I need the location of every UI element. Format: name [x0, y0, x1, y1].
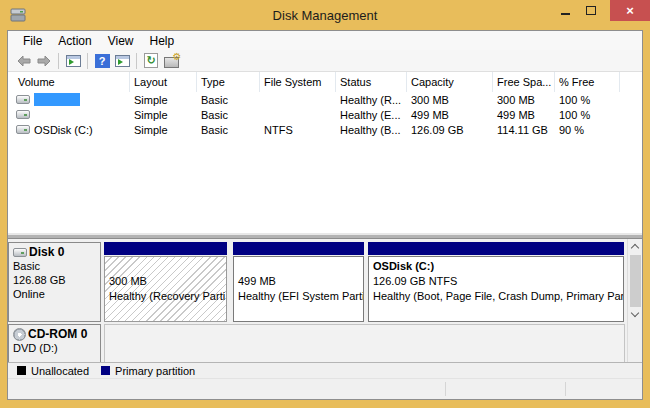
- statusbar-divider: [565, 382, 566, 396]
- header-capacity[interactable]: Capacity: [407, 72, 493, 92]
- cell-type: Basic: [197, 94, 260, 106]
- disk-management-window: Disk Management × File Action View Help: [0, 0, 650, 408]
- back-button[interactable]: [14, 52, 34, 70]
- cell-status: Healthy (E...: [336, 109, 407, 121]
- cdrom-media-area[interactable]: [104, 324, 625, 362]
- disk0-label-panel[interactable]: Disk 0 Basic 126.88 GB Online: [8, 242, 101, 322]
- header-file-system[interactable]: File System: [260, 72, 336, 92]
- volume-list: Volume Layout Type File System Status Ca…: [8, 72, 642, 233]
- show-action-pane-button[interactable]: [112, 52, 132, 70]
- table-row[interactable]: Simple Basic Healthy (R... 300 MB 300 MB…: [8, 92, 642, 107]
- cdrom-media: DVD (D:): [13, 341, 100, 355]
- disk-icon: [13, 248, 27, 257]
- cell-free-space: 499 MB: [493, 109, 555, 121]
- help-button[interactable]: ?: [92, 52, 112, 70]
- header-volume[interactable]: Volume: [8, 72, 130, 92]
- menu-help[interactable]: Help: [142, 32, 183, 50]
- partition-status: Healthy (Recovery Parti: [109, 289, 226, 304]
- cdrom-name: CD-ROM 0: [28, 327, 87, 341]
- cell-capacity: 499 MB: [407, 109, 493, 121]
- window-content: File Action View Help ?: [7, 30, 643, 400]
- minimize-icon: [561, 13, 570, 15]
- partition-size: 126.09 GB NTFS: [373, 274, 623, 289]
- cell-file-system: NTFS: [260, 124, 336, 136]
- disk0-name: Disk 0: [29, 245, 64, 259]
- header-free-space[interactable]: Free Spa...: [493, 72, 555, 92]
- menu-view[interactable]: View: [100, 32, 142, 50]
- menu-action[interactable]: Action: [50, 32, 99, 50]
- minimize-button[interactable]: [552, 0, 578, 21]
- back-arrow-icon: [17, 55, 31, 67]
- scrollbar-thumb[interactable]: [630, 255, 641, 307]
- volume-icon: [16, 125, 30, 134]
- scroll-up-button[interactable]: [628, 239, 643, 254]
- toolbar-separator: [136, 53, 137, 69]
- partition-color-bar: [368, 242, 624, 255]
- maximize-button[interactable]: [578, 0, 604, 21]
- cell-pct-free: 100 %: [555, 94, 620, 106]
- selected-volume-highlight: [34, 93, 80, 106]
- partition-status: Healthy (EFI System Partit: [238, 289, 363, 304]
- maximize-icon: [586, 6, 596, 15]
- volume-icon: [16, 95, 30, 104]
- disk0-status: Online: [13, 287, 100, 301]
- table-row[interactable]: OSDisk (C:) Simple Basic NTFS Healthy (B…: [8, 122, 642, 137]
- header-pct-free[interactable]: % Free: [555, 72, 620, 92]
- partition-color-bar: [104, 242, 227, 255]
- cell-type: Basic: [197, 124, 260, 136]
- close-icon: ×: [626, 3, 634, 18]
- chevron-up-icon: [630, 244, 638, 252]
- menu-file[interactable]: File: [15, 32, 50, 50]
- status-bar: [8, 378, 642, 399]
- cell-type: Basic: [197, 109, 260, 121]
- cell-pct-free: 100 %: [555, 109, 620, 121]
- forward-arrow-icon: [37, 55, 51, 67]
- cell-status: Healthy (B...: [336, 124, 407, 136]
- partition-size: 300 MB: [109, 274, 226, 289]
- partition-color-bar: [233, 242, 364, 255]
- header-layout[interactable]: Layout: [130, 72, 197, 92]
- cdrom-label-panel[interactable]: CD-ROM 0 DVD (D:): [8, 324, 101, 362]
- cell-volume: OSDisk (C:): [34, 124, 93, 136]
- disk0-row: Disk 0 Basic 126.88 GB Online 300 MB: [8, 242, 625, 322]
- chevron-down-icon: [630, 309, 638, 317]
- volume-icon: [16, 110, 30, 119]
- partition-recovery[interactable]: 300 MB Healthy (Recovery Parti: [104, 242, 227, 322]
- menu-bar: File Action View Help: [8, 31, 642, 50]
- disk-properties-button[interactable]: [161, 52, 181, 70]
- toolbar-separator: [58, 53, 59, 69]
- header-type[interactable]: Type: [197, 72, 260, 92]
- cdrom-icon: [13, 328, 26, 341]
- disk0-size: 126.88 GB: [13, 273, 100, 287]
- cell-layout: Simple: [130, 94, 197, 106]
- vertical-scrollbar[interactable]: [627, 239, 642, 362]
- action-pane-icon: [115, 55, 130, 67]
- legend-bar: Unallocated Primary partition: [8, 362, 642, 378]
- refresh-button[interactable]: ↻: [141, 52, 161, 70]
- disk0-type: Basic: [13, 259, 100, 273]
- cell-free-space: 300 MB: [493, 94, 555, 106]
- show-console-tree-button[interactable]: [63, 52, 83, 70]
- header-status[interactable]: Status: [336, 72, 407, 92]
- table-row[interactable]: Simple Basic Healthy (E... 499 MB 499 MB…: [8, 107, 642, 122]
- partition-osdisk[interactable]: OSDisk (C:) 126.09 GB NTFS Healthy (Boot…: [368, 242, 624, 322]
- scroll-down-button[interactable]: [628, 307, 643, 362]
- primary-partition-swatch: [101, 366, 110, 375]
- cdrom-row: CD-ROM 0 DVD (D:): [8, 324, 625, 362]
- cell-layout: Simple: [130, 124, 197, 136]
- partition-title: OSDisk (C:): [373, 259, 623, 274]
- disk-properties-icon: [164, 57, 179, 68]
- help-icon: ?: [95, 54, 110, 68]
- partition-status: Healthy (Boot, Page File, Crash Dump, Pr…: [373, 289, 623, 304]
- unallocated-swatch: [17, 366, 26, 375]
- titlebar[interactable]: Disk Management ×: [0, 0, 650, 30]
- toolbar: ? ↻: [8, 50, 642, 72]
- partition-efi[interactable]: 499 MB Healthy (EFI System Partit: [233, 242, 364, 322]
- cell-capacity: 300 MB: [407, 94, 493, 106]
- console-tree-icon: [66, 55, 81, 67]
- close-button[interactable]: ×: [610, 0, 650, 21]
- forward-button[interactable]: [34, 52, 54, 70]
- disk-graph-area: Disk 0 Basic 126.88 GB Online 300 MB: [8, 239, 627, 362]
- cell-status: Healthy (R...: [336, 94, 407, 106]
- volume-list-header: Volume Layout Type File System Status Ca…: [8, 72, 642, 92]
